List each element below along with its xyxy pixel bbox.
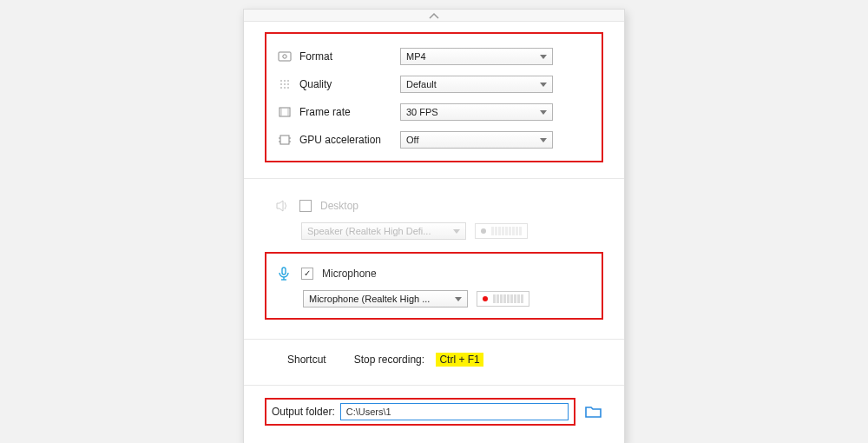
gpu-row: GPU acceleration Off <box>275 126 589 154</box>
folder-open-icon <box>584 404 603 420</box>
framerate-icon <box>275 105 294 119</box>
desktop-checkbox[interactable] <box>299 200 312 212</box>
svg-rect-19 <box>282 268 286 274</box>
output-highlight: Output folder: C:\Users\1 <box>265 398 575 426</box>
svg-point-5 <box>280 83 282 85</box>
chevron-down-icon <box>540 83 547 87</box>
gpu-label: GPU acceleration <box>294 134 400 146</box>
shortcut-action-label: Stop recording: <box>354 354 424 366</box>
gpu-dropdown[interactable]: Off <box>400 131 553 149</box>
microphone-highlight: Microphone Microphone (Realtek High ... <box>265 252 603 320</box>
microphone-device-dropdown[interactable]: Microphone (Realtek High ... <box>303 290 468 307</box>
framerate-row: Frame rate 30 FPS <box>275 98 589 126</box>
shortcut-hotkey: Ctrl + F1 <box>436 353 483 367</box>
chevron-down-icon <box>540 110 547 115</box>
desktop-label: Desktop <box>320 200 358 212</box>
chevron-down-icon <box>540 138 547 142</box>
record-dot-icon <box>483 296 488 301</box>
svg-point-2 <box>280 80 282 82</box>
svg-point-4 <box>287 80 289 82</box>
svg-point-3 <box>284 80 286 82</box>
svg-point-10 <box>287 87 289 89</box>
svg-point-1 <box>283 55 286 58</box>
svg-point-6 <box>284 83 286 85</box>
desktop-level-meter <box>475 223 528 239</box>
browse-folder-button[interactable] <box>584 404 603 420</box>
chevron-down-icon <box>540 55 547 59</box>
output-folder-dropdown[interactable]: C:\Users\1 <box>340 403 569 420</box>
video-settings-section: Format MP4 Quality Default <box>244 22 624 179</box>
format-label: Format <box>294 50 400 63</box>
svg-point-9 <box>284 87 286 89</box>
level-bars-icon <box>493 294 523 303</box>
format-dropdown[interactable]: MP4 <box>400 48 553 65</box>
audio-section: Desktop Speaker (Realtek High Defi... <box>244 179 624 340</box>
quality-label: Quality <box>294 78 400 90</box>
settings-panel: Format MP4 Quality Default <box>243 9 625 443</box>
framerate-dropdown[interactable]: 30 FPS <box>400 103 553 121</box>
chevron-up-icon <box>429 12 439 19</box>
shortcut-label: Shortcut <box>287 354 326 366</box>
quality-dropdown[interactable]: Default <box>400 76 553 93</box>
output-section: Output folder: C:\Users\1 <box>244 386 624 443</box>
desktop-audio-block: Desktop Speaker (Realtek High Defi... <box>265 195 603 252</box>
level-bars-icon <box>491 227 522 235</box>
chevron-down-icon <box>453 229 460 234</box>
desktop-device-dropdown: Speaker (Realtek High Defi... <box>301 222 466 240</box>
chevron-down-icon <box>455 297 462 301</box>
format-row: Format MP4 <box>275 43 589 70</box>
collapse-toggle[interactable] <box>244 10 624 22</box>
microphone-icon <box>275 265 293 282</box>
quality-icon <box>275 77 294 91</box>
microphone-level-meter <box>477 291 529 307</box>
shortcut-section: Shortcut Stop recording: Ctrl + F1 <box>244 340 624 386</box>
svg-point-7 <box>287 83 289 85</box>
framerate-label: Frame rate <box>294 106 400 118</box>
output-folder-label: Output folder: <box>272 406 335 418</box>
gpu-icon <box>275 133 294 147</box>
svg-rect-0 <box>279 52 291 61</box>
record-dot-icon <box>481 228 486 234</box>
video-settings-highlight: Format MP4 Quality Default <box>265 32 603 162</box>
format-icon <box>275 50 294 63</box>
microphone-checkbox[interactable] <box>301 268 313 280</box>
svg-point-8 <box>280 87 282 89</box>
speaker-icon <box>273 197 291 215</box>
svg-rect-14 <box>280 136 289 144</box>
quality-row: Quality Default <box>275 70 589 98</box>
microphone-label: Microphone <box>322 268 377 280</box>
